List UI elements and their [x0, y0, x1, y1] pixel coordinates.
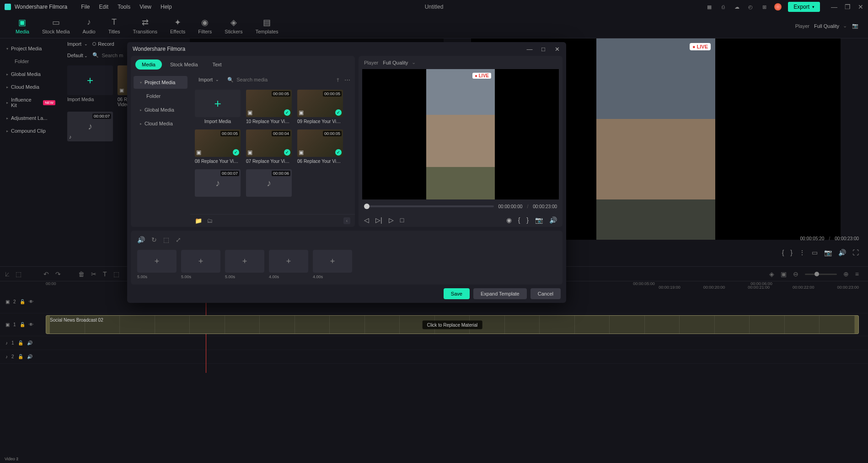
modal-minimize-button[interactable]: —: [526, 46, 533, 53]
toolbar-audio[interactable]: ♪Audio: [76, 18, 102, 34]
fullscreen-icon[interactable]: ⛶: [852, 249, 859, 256]
crop-tool-icon[interactable]: ⬚: [163, 236, 169, 243]
volume-icon[interactable]: 🔊: [838, 249, 846, 256]
modal-tree-project-media[interactable]: ▾Project Media: [134, 76, 188, 89]
stop-button[interactable]: □: [400, 216, 404, 224]
bg-sort-button[interactable]: Default: [67, 53, 88, 58]
user-avatar[interactable]: [774, 3, 782, 11]
modal-maximize-button[interactable]: □: [540, 46, 547, 53]
modal-media-thumb[interactable]: 00:00:05 ▣ ✓ 08 Replace Your Video: [195, 129, 241, 164]
layout-icon[interactable]: ▦: [706, 3, 713, 11]
zoom-slider[interactable]: [805, 274, 837, 275]
bg-tree-global-media[interactable]: ▸Global Media: [0, 68, 62, 81]
transform-tool-icon[interactable]: ⤢: [176, 236, 181, 243]
toolbar-titles[interactable]: TTitles: [102, 18, 127, 34]
bg-import-media-tile[interactable]: + Import Media: [67, 65, 113, 107]
track-video-1[interactable]: ▣1🔓👁 Video 1 Social News Broadcast 02 Cl…: [0, 313, 868, 336]
cancel-button[interactable]: Cancel: [530, 288, 561, 299]
menu-help[interactable]: Help: [161, 4, 172, 10]
crop-tool-icon[interactable]: ⬚: [113, 270, 119, 278]
modal-tree-cloud-media[interactable]: ▸Cloud Media: [134, 117, 188, 130]
bg-tree-cloud-media[interactable]: ▸Cloud Media: [0, 81, 62, 93]
mark-out-icon[interactable]: }: [790, 249, 793, 256]
modal-tree-folder[interactable]: Folder: [134, 90, 188, 102]
lock-icon[interactable]: 🔓: [18, 354, 23, 359]
prev-frame-button[interactable]: ◁: [364, 216, 369, 224]
clip-replace-hint[interactable]: Click to Replace Material: [423, 320, 482, 329]
select-tool-icon[interactable]: ⬚: [16, 270, 21, 278]
modal-close-button[interactable]: ✕: [553, 46, 561, 53]
cloud-icon[interactable]: ☁: [733, 3, 740, 11]
audio-tool-icon[interactable]: 🔊: [137, 236, 145, 243]
cut-icon[interactable]: ✂: [91, 270, 96, 278]
zoom-out-icon[interactable]: ⊖: [793, 270, 798, 278]
modal-tab-stock-media[interactable]: Stock Media: [164, 59, 204, 70]
track-audio-1[interactable]: ♪1🔓🔊 Audio 1: [0, 336, 868, 350]
modal-media-thumb[interactable]: 00:00:05 ▣ ✓ 09 Replace Your Video: [297, 90, 343, 124]
bg-media-thumb-audio[interactable]: 00:00:07 ♪ ♪: [67, 112, 113, 141]
maximize-button[interactable]: ❐: [845, 3, 851, 11]
template-slot[interactable]: + 5.00s: [225, 250, 264, 279]
mark-in-icon[interactable]: {: [518, 216, 520, 224]
collapse-sidebar-icon[interactable]: ‹: [343, 217, 350, 224]
bg-tree-project-media[interactable]: ▾Project Media: [0, 42, 62, 55]
play-forward-button[interactable]: ▷|: [375, 216, 382, 224]
pointer-tool-icon[interactable]: ⟀: [5, 270, 9, 278]
bg-tree-influence-kit[interactable]: ▸Influence KitNEW: [0, 93, 62, 112]
template-slot[interactable]: + 4.00s: [313, 250, 352, 279]
track-audio-2[interactable]: ♪2🔓🔊 Audio 2: [0, 350, 868, 364]
modal-import-button[interactable]: Import: [195, 75, 223, 84]
redo-icon[interactable]: ↷: [55, 270, 61, 278]
bg-record-button[interactable]: Record: [92, 41, 114, 47]
new-folder-icon[interactable]: 📁: [195, 217, 202, 224]
modal-search-input[interactable]: [236, 77, 332, 82]
template-slot[interactable]: + 4.00s: [269, 250, 308, 279]
mute-icon[interactable]: 🔊: [27, 354, 32, 359]
toolbar-media[interactable]: ▣Media: [9, 18, 36, 34]
more-icon[interactable]: ⋯: [344, 76, 350, 83]
bg-tree-adjustment[interactable]: ▸Adjustment La...: [0, 112, 62, 124]
modal-tab-text[interactable]: Text: [206, 59, 228, 70]
modal-progress-bar[interactable]: [364, 205, 494, 207]
lock-icon[interactable]: 🔓: [18, 340, 23, 345]
template-slot[interactable]: + 5.00s: [137, 250, 177, 279]
modal-media-thumb-audio[interactable]: 00:00:06 ♪: [246, 169, 292, 197]
camera-icon[interactable]: 📷: [824, 249, 832, 256]
apps-icon[interactable]: ⊞: [761, 3, 768, 11]
snapshot-icon[interactable]: 📷: [852, 22, 859, 30]
list-icon[interactable]: ≡: [855, 270, 859, 278]
modal-media-thumb-audio[interactable]: 00:00:07 ♪: [195, 169, 241, 197]
toolbar-transitions[interactable]: ⇄Transitions: [127, 18, 164, 34]
mute-icon[interactable]: 👁: [29, 322, 33, 327]
toolbar-templates[interactable]: ▤Templates: [249, 18, 284, 34]
snapshot-icon[interactable]: 📷: [535, 216, 543, 224]
lock-icon[interactable]: 🔓: [20, 322, 25, 327]
menu-edit[interactable]: Edit: [99, 4, 109, 10]
timeline-clip[interactable]: Social News Broadcast 02 Click to Replac…: [46, 315, 859, 334]
mute-icon[interactable]: 👁: [29, 299, 33, 304]
mute-icon[interactable]: 🔊: [27, 340, 32, 345]
toolbar-stock-media[interactable]: ▭Stock Media: [36, 18, 76, 34]
mark-out-icon[interactable]: }: [526, 216, 529, 224]
bg-search-box[interactable]: 🔍Search m: [92, 52, 123, 58]
modal-media-thumb[interactable]: 00:00:04 ▣ ✓ 07 Replace Your Video: [246, 129, 292, 164]
modal-import-media-tile[interactable]: + Import Media: [195, 90, 241, 124]
mark-in-icon[interactable]: {: [782, 249, 784, 256]
bg-tree-folder[interactable]: Folder: [0, 55, 62, 68]
minimize-button[interactable]: —: [831, 3, 837, 11]
template-slot[interactable]: + 5.00s: [181, 250, 220, 279]
menu-view[interactable]: View: [139, 4, 151, 10]
folder-icon[interactable]: 🗂: [207, 217, 213, 224]
modal-media-thumb[interactable]: 00:00:05 ▣ ✓ 10 Replace Your Video: [246, 90, 292, 124]
lock-icon[interactable]: 🔓: [20, 299, 25, 304]
close-button[interactable]: ✕: [858, 3, 863, 11]
play-button[interactable]: ▷: [389, 216, 394, 224]
notification-icon[interactable]: ◴: [747, 3, 754, 11]
save-icon[interactable]: ⎙: [719, 3, 727, 11]
volume-icon[interactable]: 🔊: [549, 216, 557, 224]
quality-select[interactable]: Full Quality: [814, 23, 847, 29]
export-button[interactable]: Export: [788, 2, 820, 12]
toolbar-filters[interactable]: ◉Filters: [192, 18, 218, 34]
toolbar-effects[interactable]: ✦Effects: [164, 18, 192, 34]
fit-icon[interactable]: ▣: [781, 270, 787, 278]
